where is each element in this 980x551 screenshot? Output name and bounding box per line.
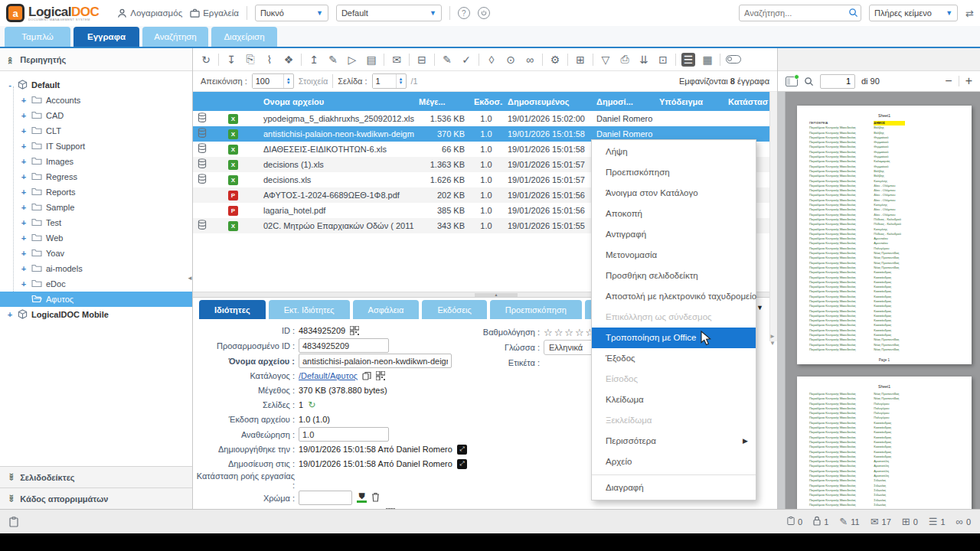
status-tasks[interactable]: ☰1 xyxy=(929,516,946,527)
document-name[interactable]: ΔΙΑΘΕΣΕΙΣ-ΕΙΔΙΚΟΤΗΤΩΝ-6.xls xyxy=(259,145,414,154)
tree-item-logicaldoc-mobile[interactable]: +LogicalDOC Mobile xyxy=(0,307,192,322)
tree-item-test[interactable]: +Test xyxy=(0,215,192,230)
tab-dashboard[interactable]: Ταμπλώ xyxy=(5,27,70,47)
sign-icon[interactable]: ▷ xyxy=(345,54,359,66)
column-header[interactable]: Μέγε... xyxy=(414,97,469,106)
start-workflow-icon[interactable]: ✎ xyxy=(440,54,454,66)
custom-id-input[interactable] xyxy=(299,338,389,353)
section-trash[interactable]: «« Κάδος απορριμμάτων xyxy=(0,487,192,509)
expander-icon[interactable]: + xyxy=(20,142,28,151)
status-mail[interactable]: ✉17 xyxy=(871,516,891,527)
preview-page-thumbnail[interactable]: Sheet1ΠΕΡΙΦΕΡΕΙΑΔΗΜΟΣΠαραλίμνια Κεντρική… xyxy=(797,106,972,364)
tab-administration[interactable]: Διαχείριση xyxy=(211,27,277,47)
status-calendar[interactable]: ⊞0 xyxy=(902,516,918,527)
color-input[interactable] xyxy=(299,491,352,505)
navigator-header[interactable]: «« Περιηγητής xyxy=(0,48,192,71)
expander-icon[interactable]: + xyxy=(20,233,28,243)
stepper-arrows-icon[interactable]: ▲▼ xyxy=(283,74,293,88)
zoom-in-button[interactable]: + xyxy=(965,74,972,88)
tree-item-ai-models[interactable]: +ai-models xyxy=(0,261,192,276)
tree-item-clt[interactable]: +CLT xyxy=(0,123,192,139)
reminder-icon[interactable]: ⊙ xyxy=(504,54,518,66)
column-header[interactable]: Υπόδειγμα xyxy=(655,97,724,106)
grid-scrollbar[interactable] xyxy=(769,92,777,341)
tab-εκδόσεις[interactable]: Εκδόσεις xyxy=(422,300,486,319)
expander-icon[interactable]: + xyxy=(20,96,28,105)
recount-pages-icon[interactable]: ↻ xyxy=(308,399,315,410)
column-header[interactable]: Ονομα αρχείου xyxy=(259,97,414,106)
tree-item-it-support[interactable]: +IT Support xyxy=(0,139,192,154)
download-icon[interactable]: ↧ xyxy=(224,54,238,66)
fill-color-icon[interactable]: ⛊ xyxy=(357,493,367,503)
document-name[interactable]: lagaria_hotel.pdf xyxy=(259,206,414,215)
document-name[interactable]: antistichisi-palaion-neon-kwdikwn-deigma… xyxy=(259,129,414,139)
document-name[interactable]: ypodeigma_5_diakhruxhs_25092012.xls xyxy=(259,114,414,123)
tab-εκτ-ιδιότητες[interactable]: Εκτ. Ιδιότητες xyxy=(269,300,350,319)
clear-color-icon[interactable] xyxy=(371,492,380,504)
menu-item-τροποποίηση-με-office[interactable]: Τροποποίηση με Office xyxy=(592,328,756,348)
zoom-out-button[interactable]: − xyxy=(945,74,952,88)
menu-item-προσθήκη-σελιδοδείκτη[interactable]: Προσθήκη σελιδοδείκτη xyxy=(592,266,756,286)
status-clipboard[interactable]: 0 xyxy=(787,516,802,528)
refresh-icon[interactable]: ↻ xyxy=(199,54,213,66)
search-icon[interactable] xyxy=(848,8,858,18)
status-lock[interactable]: 1 xyxy=(813,516,828,528)
zoom-search-icon[interactable] xyxy=(804,77,814,86)
gallery-view-icon[interactable]: ▦ xyxy=(701,54,714,66)
expander-icon[interactable]: + xyxy=(20,157,28,166)
tree-item-sample[interactable]: +Sample xyxy=(0,200,192,215)
column-header[interactable]: Εκδοσ... xyxy=(469,97,503,106)
copy-icon[interactable] xyxy=(362,371,371,380)
section-bookmarks[interactable]: «« Σελιδοδείκτες xyxy=(0,466,192,487)
tab-ιδιότητες[interactable]: Ιδιότητες xyxy=(199,300,266,319)
expander-icon[interactable]: + xyxy=(20,111,28,120)
export-report-icon[interactable]: ⊡ xyxy=(656,54,670,66)
menu-item-άνοιγμα-στον-κατάλογο[interactable]: Άνοιγμα στον Κατάλογο xyxy=(592,183,756,204)
scrollbar-arrows-icon[interactable]: ►▼ xyxy=(769,333,776,347)
menu-item-αρχείο[interactable]: Αρχείο xyxy=(592,452,756,472)
tree-item-regress[interactable]: +Regress xyxy=(0,169,192,184)
qr-code-icon[interactable] xyxy=(376,371,385,380)
filter-icon[interactable]: ▽ xyxy=(599,54,612,66)
tab-προεπισκόπηση[interactable]: Προεπισκόπηση xyxy=(490,300,582,319)
power-icon[interactable] xyxy=(478,7,490,19)
save-as-icon[interactable]: ⎘ xyxy=(243,53,257,66)
new-document-icon[interactable]: ▤ xyxy=(364,54,378,66)
splitter-handle-icon[interactable]: ▲ xyxy=(475,293,518,297)
menu-item-λήψη[interactable]: Λήψη xyxy=(592,142,756,162)
tab-documents[interactable]: Εγγραφα xyxy=(74,27,139,47)
tree-item-reports[interactable]: +Reports xyxy=(0,184,192,200)
density-select[interactable]: Πυκνό▼ xyxy=(255,5,328,21)
calendar-event-icon[interactable]: ⊞ xyxy=(573,54,587,66)
archive-icon[interactable]: ⊟ xyxy=(415,54,429,66)
document-name[interactable]: decisions.xls xyxy=(259,175,414,184)
tab-ασφάλεια[interactable]: Ασφάλεια xyxy=(353,300,420,319)
menu-item-περισσότερα[interactable]: Περισσότερα▶ xyxy=(592,431,756,452)
expander-icon[interactable]: + xyxy=(20,203,28,212)
account-menu[interactable]: Λογαριασμός xyxy=(117,8,182,18)
tree-item-images[interactable]: +Images xyxy=(0,154,192,169)
tree-item-cad[interactable]: +CAD xyxy=(0,108,192,123)
page-input[interactable] xyxy=(373,74,396,88)
link-icon[interactable]: ⚙ xyxy=(548,54,562,66)
document-name[interactable]: 02C. Μητρώο Επαρχιακών Οδών ( 2011 ).xls xyxy=(259,221,414,230)
tab-overflow-icon[interactable]: ▼ xyxy=(756,304,763,311)
advanced-search-icon[interactable]: ⇄ xyxy=(965,8,974,19)
expander-icon[interactable]: + xyxy=(20,172,28,181)
expander-icon[interactable]: + xyxy=(6,310,14,319)
tree-item-edoc[interactable]: +eDoc xyxy=(0,276,192,292)
tree-item-αφυτος[interactable]: Αφυτος xyxy=(0,292,192,307)
approve-icon[interactable]: ✓ xyxy=(459,54,473,66)
sidebar-collapse-icon[interactable]: ◄ xyxy=(187,275,193,282)
status-edit[interactable]: ✎11 xyxy=(839,516,859,527)
open-user-icon[interactable]: ⤢ xyxy=(457,459,467,469)
expander-icon[interactable]: - xyxy=(6,80,14,90)
menu-item-κλείδωμα[interactable]: Κλείδωμα xyxy=(592,390,756,410)
column-header[interactable]: Κατάστασ xyxy=(724,97,769,106)
page-size-stepper[interactable]: ▲▼ xyxy=(252,73,294,89)
menu-item-προεπισκόπηση[interactable]: Προεπισκόπηση xyxy=(592,162,756,183)
menu-item-διαγραφή[interactable]: Διαγραφή xyxy=(592,478,756,498)
collapse-rows-icon[interactable]: ⇊ xyxy=(637,54,651,66)
search-input[interactable] xyxy=(739,5,861,21)
folder-path-link[interactable]: /Default/Αφυτος xyxy=(299,371,358,380)
